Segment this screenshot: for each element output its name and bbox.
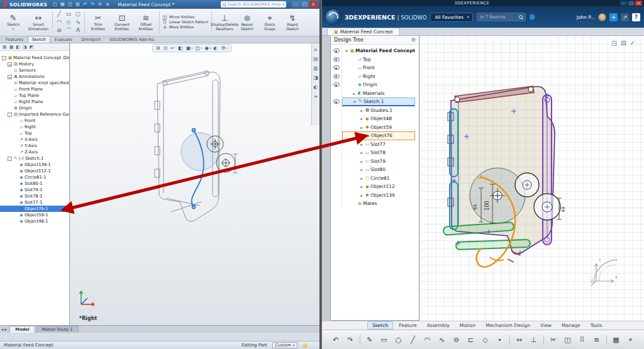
rectangle-tool-icon[interactable]: ▭ bbox=[64, 10, 73, 18]
sw-help-search-input[interactable]: Search SOLIDWORKS Help ▾ bbox=[221, 1, 286, 8]
snap-icon[interactable]: ⌖ bbox=[626, 336, 636, 344]
feature-tree-item[interactable]: Y-Axis bbox=[0, 143, 69, 149]
spline-icon[interactable]: ∿ bbox=[437, 336, 447, 344]
search-scope-caret-icon[interactable]: ▾ bbox=[282, 3, 284, 6]
minimize-button[interactable]: – bbox=[620, 1, 627, 6]
rapid-sketch-button[interactable]: ↯ Rapid Sketch bbox=[282, 9, 303, 35]
edit-appearance-icon[interactable]: ◐ bbox=[214, 45, 219, 51]
visibility-eye-icon[interactable] bbox=[333, 82, 340, 87]
pattern-icon[interactable]: ⠿ bbox=[577, 336, 587, 344]
separator[interactable] bbox=[543, 335, 544, 345]
feature-tree-item[interactable]: X-Axis bbox=[0, 136, 69, 143]
units-selector[interactable]: Custom ▾ bbox=[272, 342, 297, 348]
sw-viewport[interactable]: ⊞ ⊡ ↩ bbox=[70, 43, 319, 325]
appearances-icon[interactable]: ◐ bbox=[314, 84, 318, 90]
design-library-icon[interactable]: ▤ bbox=[313, 56, 318, 62]
design-tree-item[interactable]: ▸ Materials bbox=[331, 89, 419, 98]
feature-tree-item[interactable]: Top bbox=[0, 130, 69, 136]
feature-tree-item[interactable]: Front Plane bbox=[0, 86, 69, 92]
tree-expander-icon[interactable]: - bbox=[8, 157, 12, 161]
point-icon[interactable]: • bbox=[495, 336, 505, 344]
feature-tree-item[interactable]: Origin bbox=[0, 105, 69, 111]
hide-show-icon[interactable]: ◉ ▾ bbox=[204, 45, 211, 51]
feature-tree-item[interactable]: + Annotations bbox=[0, 74, 69, 80]
propertymanager-tab-icon[interactable]: ▦ bbox=[9, 45, 14, 50]
sketch-tool-button[interactable]: ✎ Sketch ▾ bbox=[1, 9, 25, 35]
design-tree-item[interactable]: ▸ Object112 bbox=[331, 182, 419, 191]
restore-button[interactable]: ▢ bbox=[301, 1, 309, 8]
document-tab[interactable]: ▣ Material Feed Concept bbox=[327, 28, 400, 35]
redo-icon[interactable]: ↷ bbox=[345, 336, 355, 344]
feature-tree-item[interactable]: Top Plane bbox=[0, 92, 69, 99]
design-tree-item[interactable]: ▸ Object139 bbox=[331, 191, 419, 200]
tab-evaluate[interactable]: Evaluate bbox=[50, 36, 77, 43]
tab-tools[interactable]: Tools bbox=[586, 322, 606, 329]
dx-viewport[interactable]: 100 65 40 ◳⊟✓ Y X Z bbox=[419, 36, 644, 321]
restore-button[interactable]: ▢ bbox=[628, 1, 635, 6]
circle-tool-icon[interactable]: ○ bbox=[74, 10, 82, 18]
slot-icon[interactable]: ⊏ bbox=[466, 336, 476, 344]
feature-tree-item[interactable]: Sensors bbox=[0, 67, 69, 74]
gear-icon[interactable]: ⚙ bbox=[411, 37, 416, 43]
ellipse-tool-icon[interactable]: ⊖ bbox=[55, 26, 64, 35]
tab-sketch[interactable]: Sketch bbox=[367, 321, 393, 330]
spline-tool-icon[interactable]: ∿ bbox=[74, 18, 82, 26]
repair-sketch-button[interactable]: ⊛ Repair Sketch bbox=[236, 9, 258, 35]
visibility-eye-icon[interactable] bbox=[333, 48, 340, 53]
sketch-pencil-icon[interactable]: ✎ bbox=[365, 336, 375, 344]
undo-icon[interactable]: ↶ bbox=[82, 2, 88, 7]
sw-resources-icon[interactable]: ⌂ bbox=[314, 47, 317, 52]
feature-tree-item[interactable]: Z-Axis bbox=[0, 149, 69, 155]
feature-tree-item[interactable]: Object48-1 bbox=[0, 218, 69, 224]
feature-tree-item[interactable]: Object139-1 bbox=[0, 162, 69, 168]
tree-expander-icon[interactable]: ▸ bbox=[359, 150, 364, 155]
design-tree-item[interactable]: ▸ Slot79 bbox=[331, 157, 419, 166]
display-style-icon[interactable]: ◫ ▾ bbox=[196, 45, 203, 51]
offset-icon[interactable]: ≡ bbox=[592, 336, 602, 344]
view-palette-icon[interactable]: ◨ bbox=[313, 75, 318, 80]
line-tool-icon[interactable]: ╱ bbox=[55, 10, 64, 18]
design-tree-item[interactable]: Origin bbox=[331, 80, 419, 89]
featuremanager-tab-icon[interactable]: ▤ bbox=[3, 45, 7, 50]
options-icon[interactable]: ≡ bbox=[104, 2, 111, 7]
print-icon[interactable]: ▥ bbox=[74, 2, 80, 7]
feature-tree-item[interactable]: - Material Feed Concept (Defaul bbox=[0, 55, 69, 61]
new-document-icon[interactable]: ▢ bbox=[52, 2, 58, 7]
global-search-input[interactable]: in 7 Sources bbox=[477, 13, 526, 21]
tree-expander-icon[interactable]: ▸ bbox=[352, 91, 357, 96]
arc-tool-icon[interactable]: ◠ bbox=[55, 18, 64, 26]
tab-nav-arrows[interactable]: ◂ ▸ bbox=[1, 327, 7, 332]
zoom-area-icon[interactable]: ⊡ bbox=[164, 45, 169, 51]
add-content-button[interactable]: + bbox=[609, 13, 618, 21]
design-tree-item[interactable]: Mates bbox=[331, 199, 419, 208]
view-compass[interactable]: Y X Z bbox=[590, 256, 620, 286]
favorites-dropdown[interactable]: All Favorites ▾ bbox=[430, 13, 473, 22]
file-explorer-icon[interactable]: ▥ bbox=[313, 65, 318, 71]
arc-icon[interactable]: ◠ bbox=[423, 336, 433, 344]
design-tree-item[interactable]: Front bbox=[331, 64, 419, 72]
polygon-icon[interactable]: ◇ bbox=[480, 336, 491, 344]
view-mode-icon[interactable]: ◳ bbox=[611, 40, 617, 47]
tree-expander-icon[interactable]: ▸ bbox=[359, 142, 364, 147]
motion-study-tab[interactable]: Motion Study 1 bbox=[36, 326, 79, 333]
design-tree-item[interactable]: Top bbox=[331, 55, 419, 64]
tree-expander-icon[interactable]: ▸ bbox=[359, 159, 364, 163]
feature-tree-item[interactable]: Right Plane bbox=[0, 99, 69, 105]
tree-expander-icon[interactable]: ▸ bbox=[359, 108, 364, 113]
save-icon[interactable]: ◫ bbox=[67, 2, 73, 7]
display-delete-relations-button[interactable]: ⊥ Display/Delete Relations bbox=[214, 9, 235, 35]
visibility-eye-icon[interactable] bbox=[333, 65, 340, 70]
dimension-icon[interactable]: ↔ bbox=[514, 336, 525, 344]
tree-expander-icon[interactable]: ▸ bbox=[360, 133, 365, 138]
mirror-entities-button[interactable]: ◫ Mirror Entities bbox=[162, 15, 209, 19]
feature-tree-item[interactable]: - (-) Sketch.1 bbox=[0, 155, 69, 162]
visibility-eye-icon[interactable] bbox=[333, 74, 340, 79]
trim-entities-button[interactable]: ✂ Trim Entities bbox=[87, 9, 109, 35]
linear-sketch-pattern-button[interactable]: ⠿ Linear Sketch Pattern bbox=[162, 20, 209, 25]
visibility-eye-icon[interactable] bbox=[333, 99, 340, 104]
3ds-compass-icon[interactable] bbox=[326, 9, 341, 25]
feature-tree-item[interactable]: Slot79-1 bbox=[0, 187, 69, 193]
mirror-icon[interactable]: ◫ bbox=[563, 336, 573, 344]
convert-entities-button[interactable]: ⊡ Convert Entities bbox=[111, 9, 133, 35]
separator[interactable] bbox=[606, 335, 607, 345]
